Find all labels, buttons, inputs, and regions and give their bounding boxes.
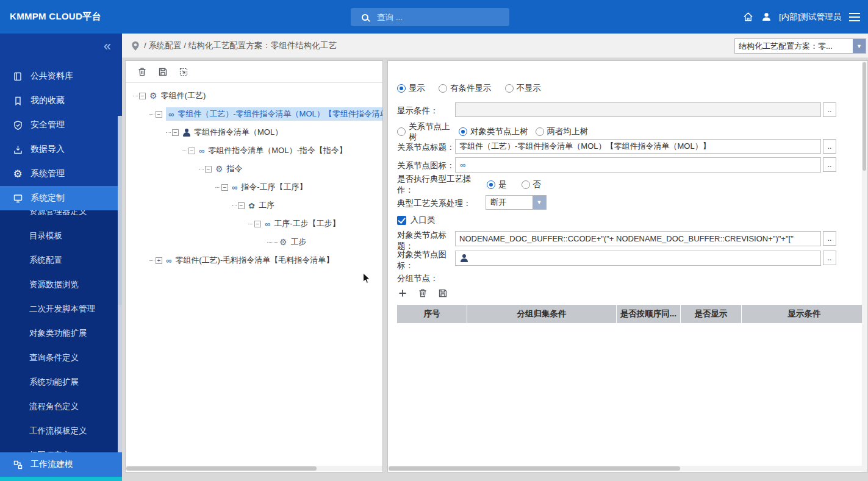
tree-node-selected[interactable]: − ∞ 零组件（工艺）-零组件指令清单（MOL）【零组件指令清单（MOL）】 [126, 105, 382, 123]
delete-icon[interactable] [137, 66, 147, 77]
sidebar-subitem-process-role[interactable]: 流程角色定义 [0, 394, 122, 419]
col-seq[interactable]: 序号 [397, 305, 467, 323]
sidebar-item-system-admin[interactable]: ⚙ 系统管理 [0, 162, 122, 186]
radio-icon[interactable] [439, 84, 447, 93]
tree-node-leaf[interactable]: ⚙ 工步 [126, 233, 382, 251]
sidebar-subitem-query-condition[interactable]: 查询条件定义 [0, 346, 122, 370]
collapse-box[interactable]: − [172, 129, 179, 136]
save-icon[interactable] [157, 66, 168, 77]
add-icon[interactable] [397, 288, 407, 298]
radio-icon[interactable] [536, 127, 544, 136]
chevron-down-icon[interactable]: ▼ [853, 39, 866, 53]
radio-icon[interactable] [487, 180, 495, 189]
marquee-select-icon[interactable] [178, 66, 188, 77]
object-icon-input[interactable] [455, 251, 821, 266]
sidebar-subitem-resource-manager-def[interactable]: 资源管理器定义 [0, 210, 122, 224]
collapse-box[interactable]: − [188, 148, 195, 154]
entry-class-row[interactable]: 入口类 [397, 215, 436, 226]
radio-both-tree[interactable]: 两者均上树 [536, 126, 589, 137]
collapse-box[interactable]: − [156, 111, 162, 118]
tree-node[interactable]: − 零组件指令清单（MOL） [126, 123, 382, 141]
radio-icon[interactable] [397, 127, 406, 136]
radio-icon[interactable] [397, 84, 406, 93]
scheme-select[interactable]: 结构化工艺配置方案：零... ▼ [734, 38, 866, 54]
sidebar-subitem-permission-def[interactable]: 权限项定义 [0, 443, 122, 452]
tree-node-label: 指令-工序【工序】 [241, 182, 307, 193]
col-visible[interactable]: 是否显示 [681, 305, 742, 323]
global-search[interactable] [351, 8, 509, 26]
display-condition-browse-button[interactable]: .. [823, 102, 836, 117]
relation-icon-input[interactable]: ∞ [455, 157, 821, 173]
tree-node[interactable]: + ∞ 零组件(工艺)-毛料指令清单【毛料指令清单】 [126, 251, 382, 269]
radio-display[interactable]: 显示 [397, 83, 425, 94]
import-icon [12, 144, 23, 155]
object-icon-browse-button[interactable]: .. [823, 251, 836, 265]
tree-node[interactable]: − ⚙ 零组件(工艺) [126, 87, 382, 105]
flower-icon: ✿ [248, 202, 255, 210]
tree-node[interactable]: − ✿ 工序 [126, 196, 382, 215]
object-title-browse-button[interactable]: .. [823, 231, 836, 246]
radio-conditional-display[interactable]: 有条件显示 [439, 83, 492, 94]
sidebar-scrollbar-thumb[interactable] [118, 116, 122, 305]
radio-icon[interactable] [505, 84, 514, 93]
tree-node[interactable]: − ∞ 零组件指令清单（MOL）-指令【指令】 [126, 141, 382, 160]
save-icon[interactable] [437, 288, 448, 298]
home-icon[interactable] [742, 11, 754, 23]
radio-no-display[interactable]: 不显示 [505, 83, 542, 94]
chevron-down-icon[interactable]: ▼ [533, 196, 546, 209]
typical-rel-select[interactable]: 断开 ▼ [486, 195, 547, 210]
detail-hscrollbar-thumb[interactable] [389, 466, 680, 471]
sidebar-item-security[interactable]: 安全管理 [0, 113, 122, 137]
sidebar-subitem-resource-browse[interactable]: 资源数据浏览 [0, 273, 122, 297]
collapse-box[interactable]: − [139, 93, 146, 99]
sidebar-item-public-library[interactable]: 公共资料库 [0, 64, 122, 88]
tree-line [149, 260, 154, 261]
expand-box[interactable]: + [156, 257, 162, 264]
collapse-box[interactable]: − [254, 221, 261, 227]
object-title-input[interactable] [455, 231, 821, 246]
relation-icon-browse-button[interactable]: .. [823, 157, 836, 172]
display-condition-input[interactable] [455, 102, 821, 117]
entry-class-checkbox[interactable] [397, 216, 406, 225]
sidebar-subitem-objectclass-ext[interactable]: 对象类功能扩展 [0, 321, 122, 346]
collapse-box[interactable]: − [221, 184, 228, 191]
radio-relation-node-tree[interactable]: 关系节点上树 [397, 121, 454, 142]
collapse-box[interactable]: − [238, 202, 245, 209]
tree-node[interactable]: − ∞ 指令-工序【工序】 [126, 178, 382, 196]
col-order-sync[interactable]: 是否按顺序同... [617, 305, 681, 323]
radio-icon[interactable] [522, 180, 530, 189]
detail-vscrollbar-thumb[interactable] [863, 62, 866, 171]
tree-node[interactable]: − ∞ 工序-工步【工步】 [126, 215, 382, 233]
sidebar-subitem-system-config[interactable]: 系统配置 [0, 248, 122, 273]
col-display-condition[interactable]: 显示条件 [742, 305, 867, 323]
subitem-label: 资源管理器定义 [29, 210, 87, 217]
subitem-label: 工作流模板定义 [29, 426, 87, 436]
sidebar-subitem-system-func-ext[interactable]: 系统功能扩展 [0, 370, 122, 394]
tree-node-label: 工序 [259, 200, 274, 211]
sidebar-collapse-icon[interactable]: « [104, 40, 111, 53]
radio-icon[interactable] [459, 127, 467, 136]
relation-title-input[interactable] [455, 139, 821, 154]
sidebar-subitem-script-mgmt[interactable]: 二次开发脚本管理 [0, 297, 122, 321]
tree-line [133, 96, 138, 96]
sidebar-item-favorites[interactable]: 我的收藏 [0, 88, 122, 113]
search-input[interactable] [377, 13, 493, 22]
sidebar-item-workflow-modeling[interactable]: 工作流建模 [0, 452, 122, 477]
sidebar-subitem-catalog-template[interactable]: 目录模板 [0, 224, 122, 248]
sidebar-item-system-custom[interactable]: 系统定制 [0, 186, 122, 210]
delete-icon[interactable] [417, 288, 428, 298]
tree-node[interactable]: − ⚙ 指令 [126, 160, 382, 178]
menu-icon[interactable] [848, 12, 861, 22]
radio-no[interactable]: 否 [522, 179, 542, 190]
col-group-condition[interactable]: 分组归集条件 [467, 305, 617, 323]
subitem-label: 资源数据浏览 [29, 279, 79, 290]
subitem-label: 二次开发脚本管理 [29, 304, 95, 315]
collapse-box[interactable]: − [205, 166, 212, 173]
sidebar-subitem-workflow-template[interactable]: 工作流模板定义 [0, 419, 122, 443]
relation-title-browse-button[interactable]: .. [823, 139, 836, 154]
user-icon[interactable] [761, 12, 772, 22]
tree-hscrollbar-thumb[interactable] [126, 466, 317, 471]
radio-objectclass-node-tree[interactable]: 对象类节点上树 [459, 126, 528, 137]
radio-yes[interactable]: 是 [487, 179, 507, 190]
sidebar-item-data-import[interactable]: 数据导入 [0, 137, 122, 162]
